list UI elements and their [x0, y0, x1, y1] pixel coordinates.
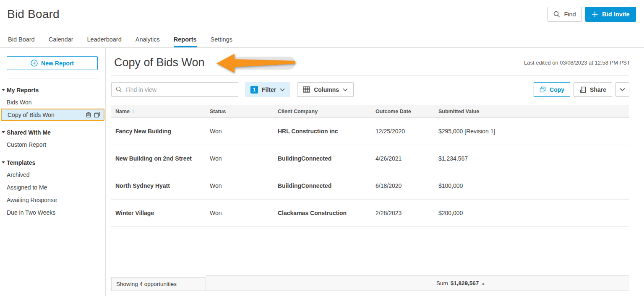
sidebar-item-bids-won[interactable]: Bids Won: [0, 96, 105, 109]
column-header-status[interactable]: Status: [206, 109, 274, 114]
page-title: Bid Board: [7, 8, 60, 21]
outcome-date-cell: 4/26/2021: [371, 155, 434, 162]
table-row: New Building on 2nd Street Won BuildingC…: [111, 145, 629, 172]
client-company-link[interactable]: BuildingConnected: [274, 182, 371, 189]
chevron-down-icon: [620, 88, 625, 91]
status-cell: Won: [206, 128, 274, 135]
section-label: Templates: [7, 159, 35, 166]
find-button[interactable]: Find: [548, 7, 582, 22]
table-header-row: Name ↑ Status Client Company Outcome Dat…: [111, 105, 629, 118]
opportunity-name-link[interactable]: New Building on 2nd Street: [111, 155, 206, 162]
report-row-actions: [86, 112, 100, 118]
tab-reports[interactable]: Reports: [174, 36, 197, 47]
search-input[interactable]: [125, 86, 234, 93]
tab-calendar[interactable]: Calendar: [49, 36, 73, 47]
sidebar-divider: [7, 78, 99, 78]
sidebar-item-custom-report[interactable]: Custom Report: [0, 138, 105, 151]
outcome-date-cell: 6/18/2020: [371, 182, 434, 189]
status-cell: Won: [206, 155, 274, 162]
find-in-view-search[interactable]: [111, 82, 238, 97]
sum-label: Sum: [436, 280, 448, 286]
opportunity-name-link[interactable]: Fancy New Building: [111, 128, 206, 135]
client-company-link[interactable]: HRL Construction inc: [274, 128, 371, 135]
top-actions: Find Bid Invite: [548, 7, 636, 22]
tab-analytics[interactable]: Analytics: [136, 36, 160, 47]
filter-button[interactable]: 1 Filter: [245, 82, 290, 97]
copy-report-button[interactable]: Copy: [534, 82, 570, 97]
section-label: Shared With Me: [7, 129, 51, 136]
filter-button-label: Filter: [262, 86, 276, 93]
opportunity-name-link[interactable]: Winter Village: [111, 210, 206, 216]
plus-circle-icon: [31, 60, 38, 67]
bid-board-page: Bid Board Find Bid Invite Bid Board Cale…: [0, 0, 644, 296]
sidebar-item-copy-of-bids-won[interactable]: Copy of Bids Won: [1, 109, 104, 121]
sum-value: $1,829,567: [451, 280, 479, 286]
copy-icon: [540, 86, 546, 93]
tab-bid-board[interactable]: Bid Board: [8, 36, 35, 47]
status-cell: Won: [206, 182, 274, 189]
table-row: North Sydney Hyatt Won BuildingConnected…: [111, 172, 629, 200]
chevron-down-icon: [280, 88, 285, 91]
new-report-button[interactable]: New Report: [7, 56, 98, 70]
top-header: Bid Board Find Bid Invite: [0, 0, 644, 37]
bid-invite-button[interactable]: Bid Invite: [585, 7, 636, 22]
submitted-value-cell: $295,000 [Revision 1]: [434, 128, 629, 135]
sort-asc-icon: ↑: [132, 108, 135, 114]
chevron-down-icon: [2, 131, 5, 133]
title-divider: [111, 75, 629, 76]
submitted-value-cell: $100,000: [434, 182, 629, 189]
column-header-submitted-value[interactable]: Submitted Value: [434, 109, 629, 114]
columns-button[interactable]: Columns: [297, 82, 354, 97]
table-columns-icon: [303, 86, 310, 93]
section-templates[interactable]: Templates: [0, 157, 105, 169]
duplicate-icon[interactable]: [94, 112, 100, 118]
sidebar-item-label: Copy of Bids Won: [8, 112, 55, 118]
tab-settings[interactable]: Settings: [211, 36, 232, 47]
more-actions-button[interactable]: [615, 82, 629, 97]
reports-sidebar: New Report My Reports Bids Won Copy of B…: [0, 48, 106, 296]
table-footer: Showing 4 opportunities Sum $1,829,567 ▲: [111, 275, 629, 291]
last-edited-text: Last edited on 03/08/2023 at 12:58 PM PS…: [524, 60, 630, 66]
share-button-label: Share: [590, 86, 606, 93]
annotation-arrow-icon: [216, 52, 296, 74]
office-building-icon: [579, 86, 586, 93]
report-main: Copy of Bids Won Private To Me Last edit…: [106, 48, 644, 296]
find-button-label: Find: [564, 11, 576, 18]
submitted-value-cell: $1,234,567: [434, 155, 629, 162]
table-row: Winter Village Won Clackamas Constructio…: [111, 200, 629, 227]
chevron-down-icon: [343, 88, 348, 91]
report-toolbar: 1 Filter Columns: [111, 82, 629, 97]
outcome-date-cell: 12/25/2020: [371, 128, 434, 135]
client-company-link[interactable]: BuildingConnected: [274, 155, 371, 162]
table-row: Fancy New Building Won HRL Construction …: [111, 118, 629, 145]
column-header-client-company[interactable]: Client Company: [274, 109, 371, 114]
opportunity-name-link[interactable]: North Sydney Hyatt: [111, 182, 206, 189]
sidebar-item-assigned-to-me[interactable]: Assigned to Me: [0, 181, 105, 194]
report-title: Copy of Bids Won: [114, 56, 205, 69]
report-table: Name ↑ Status Client Company Outcome Dat…: [111, 105, 629, 227]
sidebar-item-archived[interactable]: Archived: [0, 169, 105, 181]
sum-toggle[interactable]: Sum $1,829,567 ▲: [436, 280, 485, 286]
tab-leaderboard[interactable]: Leaderboard: [87, 36, 122, 47]
trash-icon[interactable]: [86, 112, 91, 118]
showing-count: Showing 4 opportunities: [111, 277, 206, 291]
chevron-down-icon: [2, 89, 5, 91]
sidebar-item-due-in-two-weeks[interactable]: Due in Two Weeks: [0, 206, 105, 219]
status-cell: Won: [206, 210, 274, 216]
nav-tabs: Bid Board Calendar Leaderboard Analytics…: [0, 36, 644, 48]
sum-bar: Sum $1,829,567 ▲: [206, 275, 629, 291]
section-my-reports[interactable]: My Reports: [0, 84, 105, 96]
chevron-down-icon: [2, 161, 5, 164]
section-shared-with-me[interactable]: Shared With Me: [0, 127, 105, 138]
client-company-link[interactable]: Clackamas Construction: [274, 210, 371, 216]
toolbar-right-actions: Copy Share: [534, 82, 629, 97]
column-header-outcome-date[interactable]: Outcome Date: [371, 109, 434, 114]
search-icon: [553, 11, 560, 18]
column-header-name[interactable]: Name ↑: [111, 108, 206, 114]
share-report-button[interactable]: Share: [574, 82, 612, 97]
copy-button-label: Copy: [550, 86, 564, 93]
sidebar-item-awaiting-response[interactable]: Awaiting Response: [0, 194, 105, 206]
plus-icon: [592, 11, 598, 18]
bid-invite-button-label: Bid Invite: [602, 11, 629, 18]
search-icon: [116, 86, 122, 93]
